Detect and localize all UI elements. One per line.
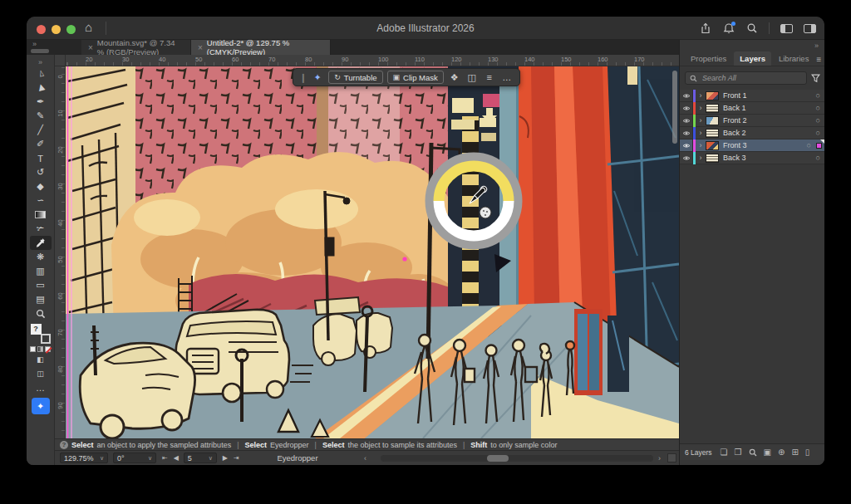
layer-row-front-1[interactable]: › Front 1 ○ (680, 90, 824, 102)
paintbrush-tool[interactable]: ✐ (30, 137, 52, 151)
fill-stroke-indicator[interactable]: ? (31, 324, 51, 344)
horizontal-ruler[interactable]: 2030405060708090100110120130140150160170 (66, 55, 679, 66)
layer-thumbnail[interactable] (706, 91, 719, 100)
artboard-tool[interactable]: ▭ (30, 278, 52, 292)
layer-name[interactable]: Back 2 (723, 129, 816, 137)
color-swatch[interactable] (30, 346, 36, 352)
previous-artboard-icon[interactable]: ◀ (174, 454, 179, 462)
layer-row-back-2[interactable]: › Back 2 ○ (680, 127, 824, 139)
tab-properties[interactable]: Properties (685, 51, 732, 66)
clip-mask-button[interactable]: ▣ Clip Mask (387, 71, 444, 84)
visibility-eye-icon[interactable] (680, 115, 693, 127)
canvas-viewport[interactable]: ❙ ✦ ↻ Turntable ▣ Clip Mask ❖ ◫ ≡ … (66, 66, 679, 438)
target-circle-icon[interactable]: ○ (816, 116, 820, 125)
layer-row-back-1[interactable]: › Back 1 ○ (680, 102, 824, 115)
expand-chevron-icon[interactable]: › (696, 104, 706, 112)
none-swatch[interactable] (45, 346, 51, 352)
locate-object-icon[interactable] (749, 448, 757, 457)
last-artboard-icon[interactable]: ⇥ (234, 454, 239, 462)
target-circle-icon[interactable]: ○ (807, 141, 811, 149)
panel-collapse-icon[interactable]: » (814, 42, 819, 50)
help-icon[interactable]: ? (60, 441, 68, 449)
vertical-ruler[interactable]: 0102030405060708090 (55, 66, 66, 438)
first-artboard-icon[interactable]: ⇤ (162, 454, 168, 462)
close-tab-icon[interactable]: × (198, 43, 203, 52)
layer-thumbnail[interactable] (706, 104, 719, 113)
knife-tool[interactable]: ✃ (30, 222, 52, 236)
layers-search-box[interactable] (685, 71, 807, 85)
delete-layer-icon[interactable]: ▯ (805, 448, 810, 457)
pen-tool[interactable]: ✒ (30, 95, 52, 109)
new-sublayer-icon[interactable]: ⊕ (778, 448, 785, 457)
shape-modes-icon[interactable]: ◧ (30, 352, 52, 366)
symbol-sprayer-tool[interactable]: ❋ (30, 250, 52, 264)
target-circle-icon[interactable]: ○ (816, 129, 820, 137)
rotate-tool[interactable]: ↺ (30, 165, 52, 179)
scroll-left-icon[interactable]: ‹ (364, 454, 366, 462)
visibility-eye-icon[interactable] (680, 127, 693, 139)
align-tool[interactable]: ▤ (30, 292, 52, 306)
align-icon[interactable]: ≡ (483, 72, 496, 82)
resize-corner[interactable] (667, 453, 676, 462)
layer-thumbnail[interactable] (706, 116, 719, 125)
target-circle-icon[interactable]: ○ (816, 104, 820, 112)
visibility-eye-icon[interactable] (680, 139, 693, 152)
shaper-tool[interactable]: ∽ (30, 193, 52, 208)
expand-chevron-icon[interactable]: › (696, 154, 706, 162)
close-tab-icon[interactable]: × (88, 43, 93, 52)
tab-layers[interactable]: Layers (734, 51, 771, 66)
layer-name[interactable]: Front 1 (723, 91, 816, 100)
type-tool[interactable]: T (30, 151, 52, 165)
layer-name[interactable]: Back 3 (723, 154, 816, 162)
artboard-number-select[interactable]: 5 ∨ (184, 453, 217, 463)
scroll-right-icon[interactable]: › (658, 454, 661, 462)
canvas-horizontal-scrollbar[interactable] (381, 455, 653, 462)
export-icon[interactable]: ❐ (735, 448, 742, 457)
target-circle-icon[interactable]: ○ (816, 154, 820, 162)
taskbar-more-icon[interactable]: … (500, 72, 514, 82)
expand-chevron-icon[interactable]: › (696, 129, 706, 137)
eyedropper-tool[interactable] (30, 236, 52, 250)
layer-row-front-2[interactable]: › Front 2 ○ (680, 115, 824, 127)
share-icon[interactable] (699, 22, 712, 35)
workspace-switcher-icon[interactable] (780, 22, 793, 35)
expand-chevron-icon[interactable]: › (696, 116, 706, 125)
canvas-artwork[interactable] (66, 66, 679, 438)
panel-toggle-icon[interactable] (803, 22, 816, 35)
notifications-bell-icon[interactable] (722, 22, 735, 35)
new-layer-icon[interactable]: ⊞ (791, 448, 798, 457)
filter-icon[interactable] (811, 74, 820, 83)
visibility-eye-icon[interactable] (680, 152, 693, 164)
arrange-icon[interactable]: ◫ (465, 72, 479, 83)
scrollbar-thumb[interactable] (487, 455, 509, 462)
direct-selection-tool[interactable]: ▶ (30, 81, 52, 95)
visibility-eye-icon[interactable] (680, 102, 693, 115)
stroke-swatch[interactable] (41, 334, 51, 344)
tools-collapse-icon[interactable]: » (38, 58, 42, 66)
selection-tool[interactable]: ▻ (30, 66, 52, 81)
eraser-tool[interactable]: ◆ (30, 179, 52, 193)
generative-ai-icon[interactable]: ✦ (311, 72, 324, 83)
ruler-corner[interactable] (55, 55, 66, 66)
make-clip-mask-icon[interactable]: ▣ (764, 448, 771, 457)
collect-for-export-icon[interactable]: ❏ (721, 448, 728, 457)
turntable-button[interactable]: ↻ Turntable (328, 71, 382, 84)
panel-menu-icon[interactable]: ≡ (816, 55, 821, 66)
graph-tool[interactable]: ▥ (30, 264, 52, 278)
zoom-tool[interactable] (30, 306, 52, 321)
visibility-eye-icon[interactable] (680, 90, 693, 102)
rotation-select[interactable]: 0° ∨ (113, 453, 156, 463)
line-segment-tool[interactable]: ╱ (30, 123, 52, 137)
layer-name[interactable]: Front 3 (723, 141, 807, 149)
toolbar-grip[interactable] (31, 49, 49, 53)
next-artboard-icon[interactable]: ▶ (223, 454, 228, 462)
curvature-tool[interactable]: ✎ (30, 109, 52, 123)
tab-libraries[interactable]: Libraries (773, 51, 814, 66)
canvas-vertical-scrollbar[interactable] (672, 71, 677, 144)
layer-row-front-3[interactable]: › Front 3 ○ (680, 139, 824, 152)
draw-modes-icon[interactable]: ◫ (30, 366, 52, 380)
edit-toolbar-button[interactable]: ✦ (32, 398, 50, 414)
layer-thumbnail[interactable] (706, 141, 719, 150)
current-tool-status[interactable]: Eyedropper (248, 453, 347, 462)
layer-name[interactable]: Back 1 (723, 104, 816, 112)
